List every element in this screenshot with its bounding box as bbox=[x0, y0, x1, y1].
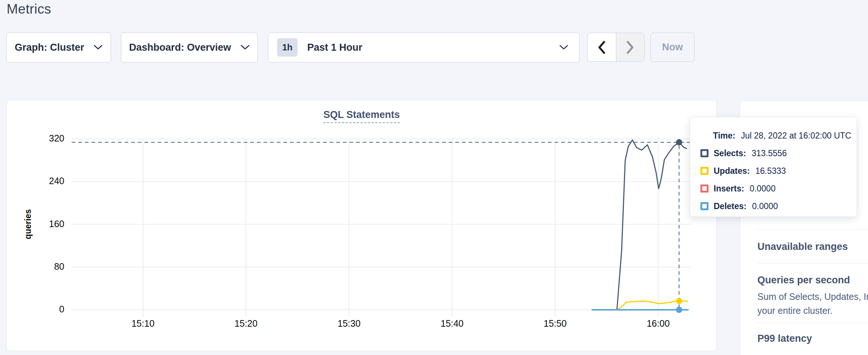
time-range-badge: 1h bbox=[277, 38, 298, 57]
sidebar-heading-unavailable-ranges: Unavailable ranges bbox=[757, 241, 868, 252]
sidebar-heading-p99-latency: P99 latency bbox=[757, 333, 868, 344]
y-axis-label: queries bbox=[23, 209, 33, 239]
inserts-series-swatch-icon bbox=[700, 184, 709, 193]
chevron-left-icon bbox=[598, 41, 606, 54]
sidebar-description-line: your entire cluster. bbox=[757, 304, 868, 318]
tooltip-series-row: Updates: 16.5333 bbox=[690, 162, 857, 180]
divider bbox=[757, 263, 868, 264]
tooltip-series-value: 16.5333 bbox=[755, 166, 786, 176]
chevron-down-icon bbox=[559, 45, 568, 50]
tooltip-time-row: Time: Jul 28, 2022 at 16:02:00 UTC bbox=[690, 127, 857, 144]
deletes-series-swatch-icon bbox=[700, 202, 709, 210]
time-range-label: Past 1 Hour bbox=[307, 42, 362, 53]
sql-statements-chart-card bbox=[7, 100, 717, 351]
updates-series-swatch-icon bbox=[700, 167, 709, 175]
chart-title-wrap: SQL Statements bbox=[7, 109, 717, 123]
graph-scope-dropdown[interactable]: Graph: Cluster bbox=[6, 32, 111, 62]
tooltip-series-value: 0.0000 bbox=[750, 184, 775, 194]
previous-window-button[interactable] bbox=[588, 33, 616, 61]
chart-hover-tooltip: Time: Jul 28, 2022 at 16:02:00 UTC Selec… bbox=[690, 117, 857, 217]
divider bbox=[757, 323, 868, 323]
sidebar-heading-queries-per-second: Queries per second bbox=[757, 275, 868, 286]
tooltip-series-label: Inserts: bbox=[714, 184, 744, 194]
tooltip-series-label: Updates: bbox=[714, 166, 750, 176]
divider bbox=[757, 229, 868, 230]
tooltip-time-label: Time: bbox=[713, 131, 735, 141]
sidebar-description-line: Sum of Selects, Updates, Inserts bbox=[757, 290, 868, 304]
page-title: Metrics bbox=[7, 1, 51, 17]
now-button[interactable]: Now bbox=[650, 33, 695, 62]
tooltip-series-row: Selects: 313.5556 bbox=[690, 144, 857, 162]
tooltip-series-value: 0.0000 bbox=[752, 201, 778, 211]
tooltip-time-value: Jul 28, 2022 at 16:02:00 UTC bbox=[741, 131, 851, 141]
chevron-right-icon bbox=[626, 41, 634, 54]
dashboard-dropdown[interactable]: Dashboard: Overview bbox=[121, 32, 258, 62]
tooltip-series-row: Inserts: 0.0000 bbox=[690, 180, 857, 197]
chevron-down-icon bbox=[241, 45, 250, 50]
tooltip-series-value: 313.5556 bbox=[752, 148, 787, 158]
tooltip-series-label: Deletes: bbox=[714, 201, 746, 211]
graph-scope-dropdown-label: Graph: Cluster bbox=[15, 42, 84, 53]
chart-title[interactable]: SQL Statements bbox=[323, 109, 400, 123]
time-range-dropdown[interactable]: 1h Past 1 Hour bbox=[268, 32, 580, 62]
dashboard-dropdown-label: Dashboard: Overview bbox=[129, 42, 231, 53]
selects-series-swatch-icon bbox=[700, 149, 709, 157]
next-window-button[interactable] bbox=[616, 33, 645, 61]
tooltip-series-label: Selects: bbox=[714, 148, 746, 158]
time-window-nav bbox=[587, 33, 645, 62]
chevron-down-icon bbox=[94, 45, 103, 50]
tooltip-series-row: Deletes: 0.0000 bbox=[690, 197, 857, 215]
